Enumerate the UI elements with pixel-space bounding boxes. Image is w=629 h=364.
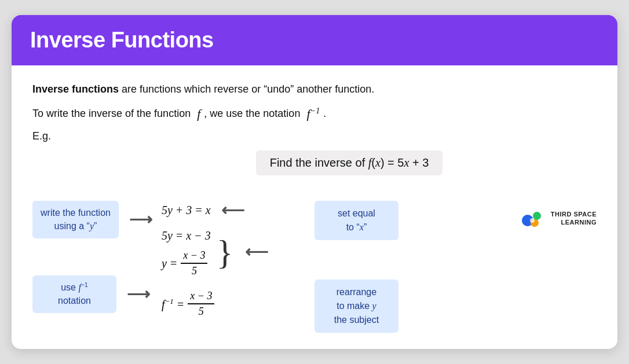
- intro-paragraph: Inverse functions are functions which re…: [32, 82, 597, 97]
- main-card: Inverse Functions Inverse functions are …: [12, 15, 617, 349]
- fraction-2: x − 3 5: [188, 290, 214, 318]
- frac-den-2: 5: [196, 304, 206, 318]
- step5-label-text: use f−1notation: [58, 282, 91, 305]
- logo-container: THIRD SPACE LEARNING: [520, 205, 597, 231]
- header-section: Inverse Functions: [12, 15, 617, 65]
- fraction-1: x − 3 5: [181, 249, 207, 277]
- rearrange-math-col: 5y = x − 3 y = x − 3 5: [162, 227, 211, 277]
- left-labels: write the functionusing a “y” ⟶ use f−1n…: [32, 201, 158, 313]
- intro-rest: are functions which reverse or “undo” an…: [122, 83, 374, 95]
- rearrange-box: rearrangeto make ythe subject: [314, 280, 398, 333]
- math-row-3: y = x − 3 5: [162, 249, 211, 277]
- logo-text: THIRD SPACE LEARNING: [551, 210, 597, 227]
- frac-den-1: 5: [189, 264, 199, 277]
- notation-text-1: To write the inverse of the function: [32, 105, 193, 123]
- step1-row: write the functionusing a “y” ⟶: [32, 201, 158, 238]
- center-math: 5y + 3 = x ⟵ 5y = x − 3 y = x − 3 5: [158, 201, 309, 318]
- frac-num-2: x − 3: [188, 290, 214, 304]
- notation-line: To write the inverse of the function f ,…: [32, 103, 597, 124]
- arrow-right-1: ⟶: [129, 210, 152, 229]
- example-box: Find the inverse of f(x) = 5x + 3: [256, 150, 443, 175]
- example-text: Find the inverse of f(x) = 5x + 3: [270, 156, 429, 169]
- page-title: Inverse Functions: [30, 28, 599, 53]
- math-expr-2: 5y = x − 3: [162, 227, 211, 245]
- math-row-4: f−1 = x − 3 5: [162, 290, 309, 318]
- finv-equals: f−1 =: [162, 297, 184, 311]
- math-row-1: 5y + 3 = x ⟵: [162, 201, 309, 220]
- set-equal-text: set equalto “x”: [338, 208, 375, 232]
- curly-bracket: }: [217, 235, 233, 270]
- notation-period: .: [323, 105, 326, 123]
- step1-label: write the functionusing a “y”: [32, 201, 119, 238]
- right-labels: set equalto “x” rearrangeto make ythe su…: [309, 201, 398, 333]
- logo-section: THIRD SPACE LEARNING: [398, 201, 597, 231]
- intro-bold: Inverse functions: [32, 83, 119, 95]
- inverse-notation: f−1: [306, 103, 320, 124]
- step3-right-label: rearrangeto make ythe subject: [314, 280, 398, 333]
- content-section: Inverse functions are functions which re…: [12, 65, 617, 349]
- y-equals: y =: [162, 257, 177, 270]
- step5-row: use f−1notation ⟶: [32, 275, 158, 313]
- arrow-right-5: ⟶: [127, 285, 150, 304]
- notation-text-2: , we use the notation: [204, 105, 303, 123]
- math-expr-1: 5y + 3 = x: [162, 201, 211, 219]
- svg-point-2: [533, 212, 541, 220]
- set-equal-box: set equalto “x”: [314, 201, 398, 240]
- svg-point-3: [530, 218, 535, 223]
- arrow-left-1: ⟵: [221, 201, 244, 220]
- logo-line2: LEARNING: [551, 218, 597, 226]
- function-f: f: [197, 103, 200, 124]
- step1-label-text: write the functionusing a “y”: [41, 208, 111, 230]
- frac-num-1: x − 3: [181, 249, 207, 264]
- tsl-logo-icon: [520, 205, 545, 231]
- eg-label: E.g.: [32, 130, 597, 142]
- logo-line1: THIRD SPACE: [551, 210, 597, 218]
- arrow-left-2: ⟵: [245, 242, 268, 262]
- steps-container: write the functionusing a “y” ⟶ use f−1n…: [32, 201, 597, 333]
- step2-right-label: set equalto “x”: [314, 201, 398, 240]
- rearrange-group: 5y = x − 3 y = x − 3 5 } ⟵: [162, 227, 309, 277]
- step5-label: use f−1notation: [32, 275, 116, 313]
- rearrange-text: rearrangeto make ythe subject: [334, 287, 379, 325]
